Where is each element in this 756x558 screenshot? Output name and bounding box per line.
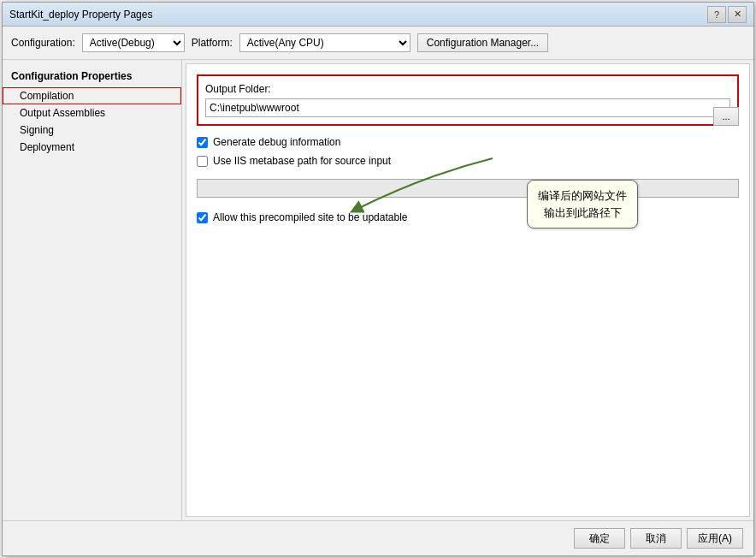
- updatable-checkbox[interactable]: [197, 212, 208, 223]
- window-title: StartKit_deploy Property Pages: [9, 9, 152, 21]
- title-bar: StartKit_deploy Property Pages ? ✕: [3, 3, 753, 27]
- config-select[interactable]: Active(Debug): [82, 33, 185, 52]
- checkbox-iis-metabase: Use IIS metabase path for source input: [197, 155, 739, 167]
- config-label: Configuration:: [11, 37, 75, 49]
- iis-metabase-checkbox[interactable]: [197, 156, 208, 167]
- checkbox-updatable: Allow this precompiled site to be updata…: [197, 211, 739, 223]
- debug-info-label: Generate debug information: [213, 136, 340, 148]
- output-folder-label: Output Folder:: [205, 83, 730, 95]
- output-folder-input[interactable]: [205, 98, 730, 117]
- platform-label: Platform:: [192, 37, 233, 49]
- close-button[interactable]: ✕: [728, 6, 747, 23]
- property-pages-window: StartKit_deploy Property Pages ? ✕ Confi…: [2, 2, 754, 556]
- sidebar-item-signing[interactable]: Signing: [3, 122, 181, 139]
- browse-button[interactable]: ...: [713, 107, 739, 126]
- updatable-label: Allow this precompiled site to be updata…: [213, 211, 407, 223]
- footer: 确定 取消 应用(A): [3, 520, 753, 555]
- ok-button[interactable]: 确定: [574, 528, 625, 549]
- sidebar-item-compilation[interactable]: Compilation: [3, 87, 181, 104]
- sidebar-item-deployment[interactable]: Deployment: [3, 139, 181, 156]
- callout-bubble: 编译后的网站文件输出到此路径下: [527, 180, 638, 229]
- toolbar: Configuration: Active(Debug) Platform: A…: [3, 27, 753, 60]
- iis-metabase-label: Use IIS metabase path for source input: [213, 155, 391, 167]
- help-button[interactable]: ?: [707, 6, 726, 23]
- iis-path-input[interactable]: [197, 179, 739, 198]
- sidebar-item-output-assemblies[interactable]: Output Assemblies: [3, 104, 181, 122]
- path-row: [205, 98, 730, 117]
- sidebar-title: Configuration Properties: [3, 67, 181, 87]
- content-panel: Output Folder: ... Generate debug inform…: [186, 63, 750, 517]
- config-manager-button[interactable]: Configuration Manager...: [417, 33, 548, 52]
- platform-select[interactable]: Active(Any CPU): [239, 33, 410, 52]
- output-folder-section: Output Folder:: [197, 74, 739, 126]
- apply-button[interactable]: 应用(A): [687, 528, 743, 549]
- checkbox-debug-info: Generate debug information: [197, 136, 739, 148]
- cancel-button[interactable]: 取消: [630, 528, 682, 549]
- callout-text: 编译后的网站文件输出到此路径下: [538, 189, 627, 219]
- debug-info-checkbox[interactable]: [197, 137, 208, 148]
- sidebar: Configuration Properties Compilation Out…: [3, 60, 182, 520]
- title-bar-controls: ? ✕: [707, 6, 747, 23]
- main-content: Configuration Properties Compilation Out…: [3, 60, 753, 520]
